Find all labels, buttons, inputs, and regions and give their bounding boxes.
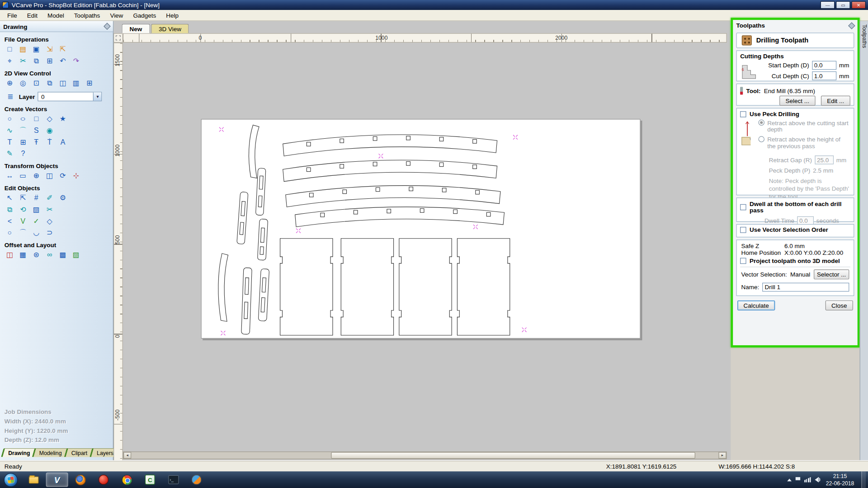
draw-star-icon[interactable]: ★ [57, 113, 69, 124]
draw-arc-icon[interactable]: ⌒ [17, 125, 29, 136]
import-vectors-icon[interactable]: ⇲ [44, 44, 56, 54]
edit-picture-icon[interactable]: ✐ [44, 192, 56, 203]
draw-ellipse-icon[interactable]: ○ [15, 113, 31, 124]
layers-icon[interactable]: ≣ [5, 91, 16, 102]
explorer-taskbar-button[interactable] [23, 473, 45, 487]
group-objects-icon[interactable]: ⧉ [4, 204, 16, 215]
text-spacing-icon[interactable]: Ṫ [44, 136, 56, 147]
tab-3d-view[interactable]: 3D View [151, 24, 189, 33]
vertical-ruler[interactable]: 1500 1000 500 0 -500 [113, 42, 123, 460]
chevron-down-icon[interactable]: ▼ [93, 92, 101, 100]
start-button[interactable] [4, 473, 18, 487]
zoom-selected-icon[interactable]: ◫ [57, 77, 69, 88]
fit-arcs-icon[interactable]: ⌒ [17, 227, 29, 238]
fillet-tool-icon[interactable]: < [4, 216, 16, 226]
firefox-taskbar-button[interactable] [69, 473, 91, 487]
export-vectors-icon[interactable]: ⇱ [57, 44, 69, 54]
tool-options-icon[interactable]: ⚙ [57, 192, 69, 203]
terminal-taskbar-button[interactable] [162, 473, 184, 487]
maximize-button[interactable] [836, 1, 850, 9]
draw-polygon-icon[interactable]: ◇ [44, 113, 56, 124]
nesting-icon[interactable]: ▩ [57, 249, 69, 260]
scrollbar-track[interactable] [131, 452, 718, 459]
tile-views-icon[interactable]: ⊞ [84, 77, 95, 88]
canvas-area[interactable]: New 3D View 0 1000 2000 1500 1000 500 0 … [113, 21, 731, 460]
vector-order-checkbox[interactable] [740, 226, 746, 232]
menu-edit[interactable]: Edit [22, 11, 42, 20]
pan-icon[interactable]: ⊕ [4, 77, 16, 88]
draw-rectangle-icon[interactable]: □ [30, 113, 42, 124]
tab-modeling[interactable]: Modeling [32, 448, 69, 457]
use-peck-drilling-checkbox[interactable] [740, 111, 746, 117]
pin-icon[interactable] [104, 23, 111, 30]
paste-icon[interactable]: ⊞ [44, 55, 56, 66]
undo-icon[interactable]: ↶ [57, 55, 69, 66]
join-vectors-icon[interactable]: ✓ [30, 216, 42, 226]
menu-gadgets[interactable]: Gadgets [128, 11, 161, 20]
draw-circle-icon[interactable]: ○ [4, 113, 16, 124]
corel-taskbar-button[interactable]: C [139, 473, 161, 487]
fill-hatch-icon[interactable]: ▨ [30, 204, 42, 215]
toolpath-name-input[interactable] [763, 283, 849, 292]
network-icon[interactable] [804, 477, 811, 483]
job-setup-icon[interactable]: ⌖ [4, 55, 16, 66]
show-desktop-button[interactable] [861, 471, 866, 488]
menu-view[interactable]: View [105, 11, 128, 20]
tab-new[interactable]: New [122, 24, 150, 33]
menu-toolpaths[interactable]: Toolpaths [69, 11, 105, 20]
cut-depth-input[interactable] [812, 71, 836, 80]
warp-vectors-icon[interactable]: ◇ [44, 216, 56, 226]
dwell-checkbox[interactable] [740, 204, 746, 210]
text-on-curve-icon[interactable]: Ŧ [30, 136, 42, 147]
draw-gear-icon[interactable]: ◉ [44, 125, 56, 136]
mirror-icon[interactable]: ◫ [44, 170, 56, 181]
retract-previous-radio[interactable] [759, 136, 764, 142]
true-shape-nesting-icon[interactable]: ▨ [71, 249, 82, 260]
new-file-icon[interactable]: □ [4, 44, 16, 54]
open-file-icon[interactable]: ▤ [17, 44, 29, 54]
red-app-taskbar-button[interactable] [92, 473, 114, 487]
text-box-icon[interactable]: ⊞ [17, 136, 29, 147]
save-file-icon[interactable]: ▣ [30, 44, 42, 54]
vcarve-taskbar-button[interactable]: V [46, 473, 68, 487]
rotate-icon[interactable]: ⟳ [57, 170, 69, 181]
copy-along-curve-icon[interactable]: ∞ [44, 249, 56, 260]
chrome-taskbar-button[interactable] [116, 473, 138, 487]
align-objects-icon[interactable]: ⊹ [71, 170, 82, 181]
menu-model[interactable]: Model [42, 11, 69, 20]
tool-edit-button[interactable]: Edit ... [821, 96, 850, 106]
zoom-box-icon[interactable]: ⊡ [30, 77, 42, 88]
selector-button[interactable]: Selector ... [814, 269, 849, 279]
redo-icon[interactable]: ↷ [71, 55, 82, 66]
vector-validator-icon[interactable]: V [17, 216, 29, 226]
close-vectors-icon[interactable]: ○ [4, 227, 16, 238]
zoom-extents-icon[interactable]: ⧉ [44, 77, 56, 88]
drawing-vectors[interactable] [202, 119, 641, 339]
minimize-button[interactable] [821, 1, 835, 9]
action-center-icon[interactable] [795, 477, 800, 483]
node-edit-icon[interactable]: ⇱ [17, 192, 29, 203]
volume-icon[interactable] [815, 477, 819, 483]
fit-curves-icon[interactable]: ◡ [30, 227, 42, 238]
set-size-icon[interactable]: ▭ [17, 170, 29, 181]
trim-vectors-icon[interactable]: ✂ [44, 204, 56, 215]
measure-tool-icon[interactable]: # [30, 192, 42, 203]
project-3d-checkbox[interactable] [740, 258, 746, 263]
close-button[interactable] [851, 1, 866, 9]
select-tool-icon[interactable]: ↖ [4, 192, 16, 203]
horizontal-ruler[interactable]: 0 1000 2000 [123, 33, 727, 42]
retract-gap-input[interactable] [815, 155, 834, 164]
toggle-grid-icon[interactable]: ▥ [71, 77, 82, 88]
close-panel-button[interactable]: Close [826, 300, 853, 310]
tool-select-button[interactable]: Select ... [779, 96, 815, 106]
cut-parts[interactable] [218, 125, 510, 335]
convert-text-icon[interactable]: A [57, 136, 69, 147]
draw-text-icon[interactable]: T [4, 136, 16, 147]
array-copy-icon[interactable]: ▦ [17, 249, 29, 260]
dimension-help-icon[interactable]: ? [17, 148, 29, 159]
scrollbar-thumb[interactable] [331, 452, 695, 459]
pin-icon[interactable] [848, 22, 855, 29]
scroll-left-icon[interactable] [123, 452, 131, 459]
ruler-origin-toggle[interactable] [113, 33, 123, 42]
menu-file[interactable]: File [2, 11, 22, 20]
